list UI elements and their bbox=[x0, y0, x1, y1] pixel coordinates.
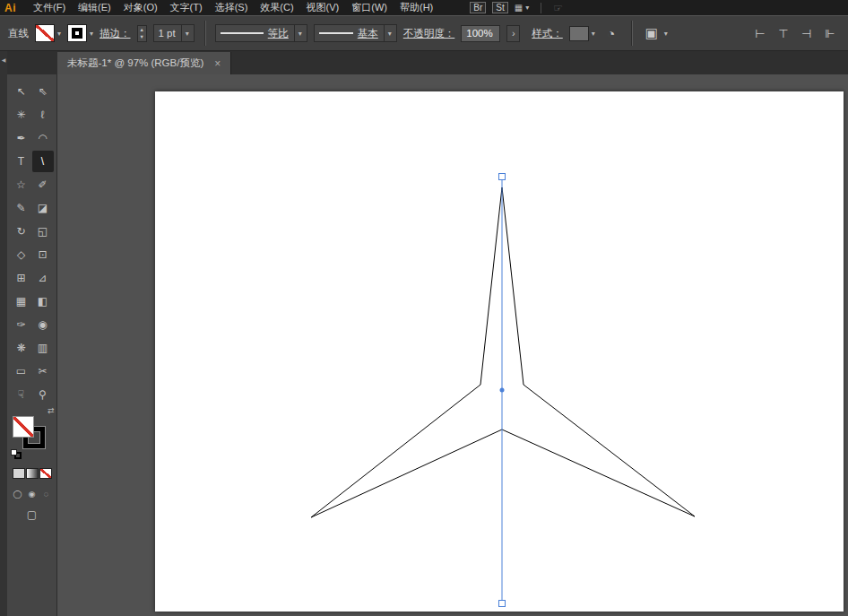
width-profile-combo[interactable]: 等比 ▾ bbox=[215, 24, 307, 42]
chevron-down-icon: ▾ bbox=[186, 30, 189, 38]
style-panel-link[interactable]: 样式： bbox=[532, 27, 563, 40]
anchor-handle-top[interactable] bbox=[499, 174, 506, 180]
menu-effect[interactable]: 效果(C) bbox=[254, 0, 299, 15]
brush-definition-combo[interactable]: 基本 ▾ bbox=[314, 24, 397, 42]
fill-none-swatch[interactable] bbox=[35, 24, 55, 42]
gradient-tool[interactable]: ◧ bbox=[32, 291, 54, 312]
curvature-tool[interactable]: ◠ bbox=[32, 127, 54, 149]
menu-view[interactable]: 视图(V) bbox=[300, 0, 346, 15]
opacity-panel-link[interactable]: 不透明度： bbox=[403, 27, 455, 40]
pen-tool[interactable]: ✒ bbox=[11, 127, 32, 149]
screen-mode-button[interactable]: ▢ bbox=[22, 508, 42, 521]
chevron-down-icon: ▾ bbox=[664, 30, 668, 38]
align-right-icon[interactable]: ⊣ bbox=[797, 23, 817, 43]
menu-window[interactable]: 窗口(W) bbox=[345, 0, 394, 15]
active-tool-label: 直线 bbox=[8, 27, 29, 40]
magic-wand-tool[interactable]: ✳ bbox=[11, 104, 32, 126]
hand-tool[interactable]: ☟ bbox=[11, 384, 32, 405]
stroke-color-control[interactable]: ▾ bbox=[67, 24, 93, 42]
eyedropper-tool[interactable]: ✑ bbox=[11, 314, 32, 335]
stroke-color-swatch[interactable] bbox=[67, 24, 87, 42]
anchor-handle-bottom[interactable] bbox=[499, 601, 506, 607]
mesh-tool[interactable]: ▦ bbox=[11, 291, 32, 312]
eraser-tool[interactable]: ◪ bbox=[32, 197, 54, 219]
free-transform-tool[interactable]: ⊡ bbox=[32, 244, 54, 265]
type-tool[interactable]: T bbox=[11, 151, 32, 172]
column-graph-tool[interactable]: ▥ bbox=[32, 337, 54, 359]
stroke-profile-preview bbox=[221, 32, 264, 34]
illustrator-window: Ai 文件(F) 编辑(E) 对象(O) 文字(T) 选择(S) 效果(C) 视… bbox=[0, 0, 848, 616]
collapse-left-icon[interactable]: ◀ bbox=[0, 51, 7, 63]
artwork-svg bbox=[155, 91, 844, 612]
menu-object[interactable]: 对象(O) bbox=[117, 0, 164, 15]
recolor-artwork-icon[interactable]: ◔ bbox=[601, 23, 621, 43]
zoom-tool[interactable]: ⚲ bbox=[32, 384, 54, 405]
stroke-weight-value: 1 pt bbox=[159, 28, 176, 39]
swap-fill-stroke-icon[interactable]: ⇄ bbox=[48, 406, 55, 415]
select-similar-icon[interactable]: ▣ bbox=[642, 23, 662, 43]
bridge-button[interactable]: Br bbox=[470, 2, 486, 13]
canvas-area[interactable] bbox=[57, 74, 848, 616]
menu-type[interactable]: 文字(T) bbox=[164, 0, 209, 15]
color-button[interactable] bbox=[13, 468, 25, 479]
align-left-icon[interactable]: ⊢ bbox=[750, 23, 770, 43]
menu-select[interactable]: 选择(S) bbox=[209, 0, 255, 15]
menu-file[interactable]: 文件(F) bbox=[27, 0, 72, 15]
star-tool[interactable]: ☆ bbox=[11, 174, 32, 195]
three-point-star-path[interactable] bbox=[311, 187, 695, 517]
fill-proxy-swatch[interactable] bbox=[13, 416, 34, 438]
slice-tool[interactable]: ✂ bbox=[32, 360, 54, 382]
menu-edit[interactable]: 编辑(E) bbox=[72, 0, 117, 15]
menu-help[interactable]: 帮助(H) bbox=[394, 0, 439, 15]
style-swatch-control[interactable]: ▾ bbox=[569, 26, 595, 41]
opacity-expand-button[interactable]: › bbox=[506, 25, 520, 42]
align-center-icon[interactable]: ⊤ bbox=[774, 23, 793, 43]
shape-builder-tool[interactable]: ⊞ bbox=[11, 267, 32, 289]
select-similar-control[interactable]: ▣ ▾ bbox=[642, 23, 668, 43]
pencil-tool[interactable]: ✎ bbox=[11, 197, 32, 219]
symbol-sprayer-tool[interactable]: ❋ bbox=[11, 337, 32, 359]
lasso-tool[interactable]: ℓ bbox=[32, 104, 54, 126]
document-tabstrip: 未标题-1* @ 97% (RGB/预览) × bbox=[57, 51, 848, 74]
path-midpoint-anchor[interactable] bbox=[500, 388, 505, 393]
direct-selection-tool[interactable]: ⇖ bbox=[32, 81, 54, 102]
workspace-switcher[interactable]: ▦ ▾ bbox=[515, 3, 529, 13]
perspective-grid-tool[interactable]: ⊿ bbox=[32, 267, 54, 289]
blend-tool[interactable]: ◉ bbox=[32, 314, 54, 335]
close-icon[interactable]: × bbox=[214, 57, 221, 70]
selection-tool[interactable]: ↖ bbox=[11, 81, 32, 102]
document-tab[interactable]: 未标题-1* @ 97% (RGB/预览) × bbox=[57, 52, 231, 74]
artboard[interactable] bbox=[155, 91, 844, 612]
rotate-tool[interactable]: ↻ bbox=[11, 221, 32, 242]
draw-inside-button[interactable]: ◌ bbox=[40, 488, 52, 499]
distribute-icon[interactable]: ⊩ bbox=[820, 23, 840, 43]
tools-grid: ↖ ⇖ ✳ ℓ bbox=[7, 81, 56, 405]
control-bar-divider bbox=[204, 21, 205, 46]
stepper-up-icon[interactable]: ▴ bbox=[138, 26, 146, 34]
tools-panel-header bbox=[7, 51, 57, 74]
draw-normal-button[interactable]: ◯ bbox=[12, 488, 23, 499]
line-segment-tool[interactable]: \ bbox=[32, 151, 54, 172]
stroke-panel-link[interactable]: 描边： bbox=[100, 27, 131, 40]
stepper-down-icon[interactable]: ▾ bbox=[138, 33, 146, 41]
artboard-tool[interactable]: ▭ bbox=[11, 360, 32, 382]
draw-behind-button[interactable]: ◉ bbox=[26, 488, 38, 499]
style-swatch[interactable] bbox=[569, 26, 589, 41]
fill-stroke-proxy: ⇄ bbox=[11, 409, 54, 459]
stock-button[interactable]: St bbox=[492, 2, 507, 13]
opacity-input[interactable]: 100% bbox=[461, 25, 500, 42]
scale-tool[interactable]: ◱ bbox=[32, 221, 54, 242]
menubar-divider bbox=[541, 3, 541, 13]
width-tool[interactable]: ◇ bbox=[11, 244, 32, 265]
none-button[interactable] bbox=[39, 468, 52, 479]
paintbrush-tool[interactable]: ✐ bbox=[32, 174, 54, 195]
workspace-grid-icon: ▦ bbox=[515, 3, 523, 13]
gradient-button[interactable] bbox=[26, 468, 39, 479]
stroke-weight-combo[interactable]: 1 pt ▾ bbox=[153, 24, 195, 42]
stroke-weight-stepper[interactable]: ▴ ▾ bbox=[137, 25, 147, 42]
panel-collapse-rail[interactable]: ◀ bbox=[0, 51, 7, 616]
hand-icon: ☞ bbox=[553, 2, 563, 14]
fill-color-control[interactable]: ▾ bbox=[35, 24, 61, 42]
chevron-down-icon: ▾ bbox=[592, 30, 595, 38]
default-fill-stroke-icon[interactable] bbox=[11, 449, 22, 459]
